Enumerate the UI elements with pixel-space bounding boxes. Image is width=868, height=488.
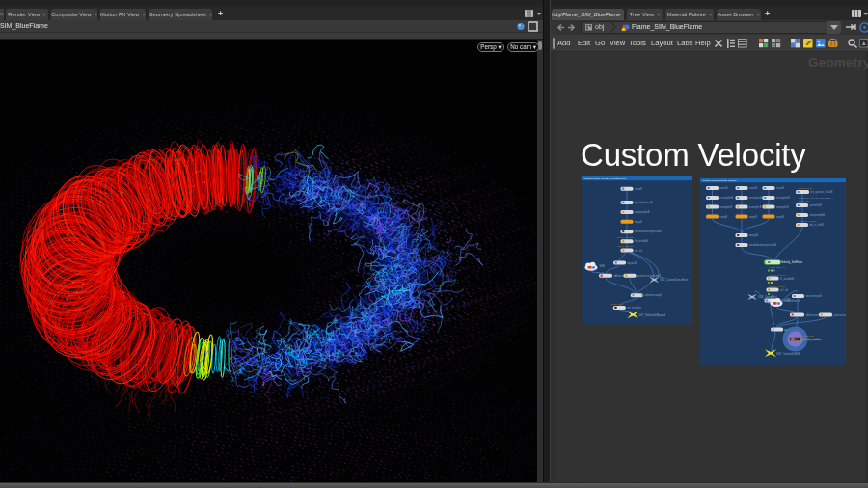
svg-text:fit_variableB: fit_variableB bbox=[780, 277, 795, 281]
svg-text:volumevisvagB: volumevisvagB bbox=[644, 293, 662, 297]
svg-text:vel_vol: vel_vol bbox=[635, 249, 642, 253]
svg-text:Volume Trail: Volume Trail bbox=[610, 303, 624, 306]
svg-text:examplerB: examplerB bbox=[749, 205, 762, 209]
svg-text:noiseB: noiseB bbox=[635, 187, 642, 191]
svg-text:resamplenB: resamplenB bbox=[719, 196, 733, 200]
svg-text:windividualrangevisualB: windividualrangevisualB bbox=[749, 243, 776, 247]
svg-text:pointvectorsvolumeB: pointvectorsvolumeB bbox=[637, 274, 661, 278]
svg-text:OUT_CustomVel: OUT_CustomVel bbox=[758, 295, 777, 299]
svg-text:Volume Wrangle: Volume Wrangle bbox=[769, 285, 786, 288]
svg-text:Volume Wrangle: Volume Wrangle bbox=[617, 245, 635, 248]
svg-text:vel_vol_visualize: vel_vol_visualize bbox=[802, 338, 822, 341]
svg-text:Volume Trail: Volume Trail bbox=[802, 335, 815, 337]
svg-text:ramprampleB: ramprampleB bbox=[635, 210, 650, 214]
svg-text:OUT_CustomVelVDB: OUT_CustomVelVDB bbox=[776, 352, 800, 356]
svg-text:fire_ignition_ObratB: fire_ignition_ObratB bbox=[810, 190, 832, 194]
svg-text:OUT_CustomCrossForce: OUT_CustomCrossForce bbox=[660, 278, 689, 282]
svg-text:Run: Run bbox=[660, 276, 665, 279]
svg-text:vel_visualize: vel_visualize bbox=[627, 306, 641, 310]
svg-text:patchvectorsvolB: patchvectorsvolB bbox=[833, 313, 846, 317]
svg-text:Custom Volume Velocity for flo: Custom Volume Velocity for floating poin… bbox=[584, 177, 627, 180]
svg-text:noiseB: noiseB bbox=[749, 186, 757, 190]
svg-text:rampB: rampB bbox=[635, 220, 642, 224]
svg-text:rampB: rampB bbox=[719, 215, 727, 219]
svg-text:fit_variableB: fit_variableB bbox=[635, 239, 649, 243]
svg-text:vectormergeB: vectormergeB bbox=[805, 294, 821, 298]
svg-text:resamplenB: resamplenB bbox=[776, 196, 790, 200]
svg-text:vel_vol: vel_vol bbox=[780, 288, 788, 292]
svg-text:ramprampleB: ramprampleB bbox=[809, 213, 825, 217]
svg-text:VDB: VDB bbox=[600, 264, 606, 268]
svg-text:resamplenB: resamplenB bbox=[749, 196, 763, 200]
svg-text:Velocity_TurbNoise: Velocity_TurbNoise bbox=[781, 260, 803, 264]
svg-text:rampB: rampB bbox=[749, 215, 757, 219]
svg-text:OUT_VolumeVelRgrade: OUT_VolumeVelRgrade bbox=[638, 313, 665, 317]
svg-text:mergeB: mergeB bbox=[749, 233, 758, 237]
svg-text:impactB: impactB bbox=[628, 261, 637, 265]
svg-text:pointshiftB: pointshiftB bbox=[809, 203, 821, 207]
svg-text:Object Merge: Object Merge bbox=[799, 187, 813, 190]
svg-text:rampB: rampB bbox=[776, 215, 784, 219]
svg-text:examplerB: examplerB bbox=[719, 205, 732, 209]
svg-text:Volume Wrangle: Volume Wrangle bbox=[617, 236, 635, 239]
svg-text:noiseB: noiseB bbox=[719, 186, 727, 190]
svg-text:VDB: VDB bbox=[785, 298, 791, 302]
svg-text:examplerB: examplerB bbox=[776, 205, 789, 209]
svg-text:windividualrangevisualB: windividualrangevisualB bbox=[635, 230, 662, 233]
svg-text:Volume Wrangle: Volume Wrangle bbox=[769, 274, 786, 277]
svg-text:del_x_shiftB: del_x_shiftB bbox=[809, 223, 823, 227]
svg-text:Attribute Wrangle: Attribute Wrangle bbox=[799, 220, 817, 223]
svg-text:Custom Volume Velocity Reverse: Custom Volume Velocity Reverse bbox=[702, 179, 737, 182]
svg-text:resamplenoiseB: resamplenoiseB bbox=[635, 201, 653, 204]
svg-text:noiseB: noiseB bbox=[776, 186, 784, 190]
